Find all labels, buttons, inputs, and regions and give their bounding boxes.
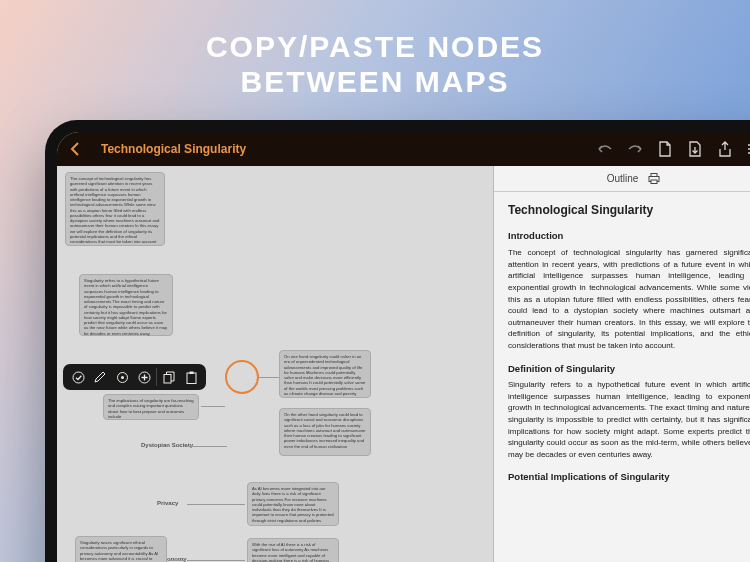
section-body: Singularity refers to a hypothetical fut… <box>508 379 750 460</box>
panel-header: Outline <box>494 166 750 192</box>
svg-rect-12 <box>651 180 657 184</box>
section-body: The concept of technological singularity… <box>508 247 750 351</box>
add-child-icon[interactable] <box>133 366 155 388</box>
connector <box>257 377 279 378</box>
context-separator <box>156 368 157 386</box>
app-toolbar: Technological Singularity <box>57 132 750 166</box>
print-icon[interactable] <box>648 173 660 184</box>
svg-point-3 <box>73 372 84 383</box>
new-doc-icon[interactable] <box>657 141 673 157</box>
paste-icon[interactable] <box>180 366 202 388</box>
node-definition[interactable]: Singularity refers to a hypothetical fut… <box>79 274 173 336</box>
section-heading: Introduction <box>508 229 750 243</box>
svg-rect-9 <box>189 371 193 374</box>
section-heading: Potential Implications of Singularity <box>508 470 750 484</box>
svg-rect-7 <box>164 374 171 383</box>
node-implications[interactable]: The implications of singularity are far-… <box>103 394 199 420</box>
share-icon[interactable] <box>717 141 733 157</box>
node-ethics[interactable]: Singularity raises significant ethical c… <box>75 536 167 562</box>
selected-node-ring <box>225 360 259 394</box>
outline-panel: Outline Technological Singularity Introd… <box>493 166 750 562</box>
node-autonomy[interactable]: With the rise of AI there is a risk of s… <box>247 538 339 562</box>
node-privacy[interactable]: As AI becomes more integrated into our d… <box>247 482 339 526</box>
tablet-frame: 100% ⋯ Technological Singularity <box>45 120 750 562</box>
connector <box>187 504 245 505</box>
node-intro[interactable]: The concept of technological singularity… <box>65 172 165 246</box>
app-screen: Technological Singularity <box>57 132 750 562</box>
label-dystopian: Dystopian Society <box>141 442 193 448</box>
connector <box>187 560 245 561</box>
connector <box>169 560 185 561</box>
section-heading: Definition of Singularity <box>508 362 750 376</box>
workspace: The concept of technological singularity… <box>57 166 750 562</box>
svg-rect-8 <box>187 373 196 384</box>
redo-icon[interactable] <box>627 141 643 157</box>
outline-label: Outline <box>607 173 639 184</box>
outline-title: Technological Singularity <box>508 202 750 219</box>
document-title: Technological Singularity <box>93 142 587 156</box>
back-icon[interactable] <box>67 141 83 157</box>
svg-point-5 <box>121 376 124 379</box>
save-doc-icon[interactable] <box>687 141 703 157</box>
confirm-icon[interactable] <box>67 366 89 388</box>
outline-body[interactable]: Technological Singularity Introduction T… <box>494 192 750 562</box>
hero-title: COPY/PASTE NODES BETWEEN MAPS <box>0 30 750 99</box>
connector <box>187 446 227 447</box>
connector <box>201 406 225 407</box>
target-icon[interactable] <box>111 366 133 388</box>
copy-icon[interactable] <box>158 366 180 388</box>
node-negative[interactable]: On the other hand singularity could lead… <box>279 408 371 456</box>
node-positive[interactable]: On one hand singularity could usher in a… <box>279 350 371 398</box>
node-context-toolbar <box>63 364 206 390</box>
mindmap-canvas[interactable]: The concept of technological singularity… <box>57 166 493 562</box>
edit-icon[interactable] <box>89 366 111 388</box>
undo-icon[interactable] <box>597 141 613 157</box>
label-privacy: Privacy <box>157 500 178 506</box>
